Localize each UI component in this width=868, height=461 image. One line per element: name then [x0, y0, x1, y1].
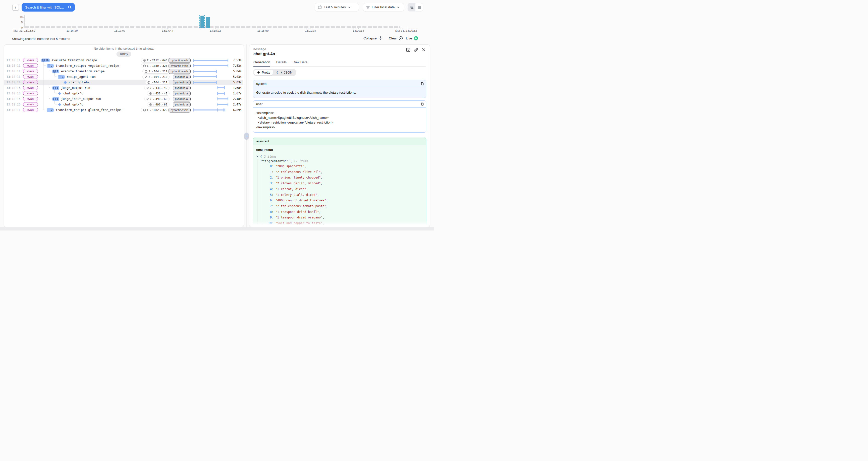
- filter-label: Filter local data: [372, 5, 395, 9]
- trace-row[interactable]: 13:18:11evals7transform_recipe: vegetari…: [4, 63, 243, 68]
- trace-row[interactable]: 13:18:16evals1judge_output runΣ↗436↙45py…: [4, 85, 243, 91]
- coin-icon: [143, 109, 146, 112]
- copy-icon[interactable]: [421, 102, 424, 106]
- scope-tag: pydantic-evals: [168, 64, 191, 68]
- evals-badge: evals: [23, 64, 38, 68]
- pretty-label: Pretty: [262, 70, 270, 74]
- list-view-toggle[interactable]: [415, 3, 423, 11]
- duration-bar: [217, 97, 228, 100]
- span-node[interactable]: 2execute transform_recipe: [52, 68, 105, 74]
- trace-row[interactable]: 13:18:16evals1judge_input_output runΣ↗49…: [4, 96, 243, 102]
- json-array-item: 7: "2 tablespoons tomato paste",: [256, 204, 423, 209]
- trace-row[interactable]: 13:18:11evals7transform_recipe: gluten_f…: [4, 107, 243, 113]
- collapse-children-chip[interactable]: 7: [47, 64, 54, 68]
- live-label: Live: [406, 36, 412, 40]
- leaf-diamond-icon: [58, 103, 61, 106]
- input-tokens-arrow-icon: ↗: [151, 81, 153, 84]
- collapse-button[interactable]: Collapse: [364, 36, 382, 40]
- save-view-icon[interactable]: [406, 48, 410, 52]
- duration-text: 7.53s: [233, 63, 242, 68]
- json-toggle[interactable]: { } JSON: [274, 70, 295, 75]
- duration-bar-end-cap: [227, 103, 228, 106]
- duration-bar-line: [193, 76, 217, 77]
- collapse-children-chip[interactable]: 1: [58, 75, 65, 79]
- row-timestamp: 13:18:16: [6, 91, 20, 96]
- tab-raw-data[interactable]: Raw Data: [292, 60, 307, 66]
- tab-generation[interactable]: Generation: [253, 60, 270, 66]
- records-histogram[interactable]: 0510Mar 31. 13:15:5213:16:2913:17:0713:1…: [0, 13, 434, 34]
- copy-icon[interactable]: [421, 82, 424, 85]
- trace-row[interactable]: 13:18:16evalschat gpt-4o↗490↙66pydantic-…: [4, 102, 243, 107]
- panel-resize-handle[interactable]: ⠿: [244, 132, 249, 140]
- tree-connector: [43, 62, 46, 110]
- tree-guide-line: [262, 164, 262, 227]
- filter-local-data-dropdown[interactable]: Filter local data: [363, 3, 404, 11]
- pretty-toggle[interactable]: Pretty: [254, 70, 273, 75]
- histogram-bar[interactable]: [206, 17, 210, 28]
- sigma-icon: Σ: [149, 75, 150, 79]
- tab-details[interactable]: Details: [276, 60, 286, 66]
- view-mode-toggle: [408, 3, 423, 11]
- output-tokens-arrow-icon: ↙: [160, 75, 161, 78]
- span-node[interactable]: chat gpt-4o: [58, 91, 83, 96]
- duration-text: 7.53s: [233, 58, 242, 63]
- evals-badge: evals: [23, 97, 38, 101]
- trace-row[interactable]: 13:18:11evals16evaluate transform_recipe…: [4, 58, 243, 63]
- item-index: 5: [266, 192, 272, 198]
- clear-circle-x-icon: [399, 36, 403, 40]
- json-label: JSON: [284, 70, 292, 74]
- collapse-children-chip[interactable]: 1: [52, 97, 59, 101]
- trace-row[interactable]: 13:18:11evals2execute transform_recipeΣ↗…: [4, 68, 243, 74]
- token-metrics-pill: Σ↗436↙45: [144, 86, 169, 90]
- output-tokens: 648: [162, 59, 167, 62]
- trace-row[interactable]: 13:18:11evalschat gpt-4o↗104↙212pydantic…: [4, 80, 243, 85]
- coin-icon: [148, 81, 150, 84]
- span-name: judge_input_output run: [61, 97, 101, 101]
- span-node[interactable]: 1recipe_agent run: [58, 74, 96, 80]
- time-range-dropdown[interactable]: Last 5 minutes: [315, 3, 359, 11]
- item-index: 2: [266, 175, 272, 181]
- chevron-down-icon: [397, 6, 400, 8]
- expand-children-chip[interactable]: 7: [47, 108, 54, 112]
- collapse-icon: [378, 36, 382, 40]
- span-node[interactable]: chat gpt-4o: [58, 102, 83, 107]
- span-node[interactable]: 16evaluate transform_recipe: [41, 58, 97, 63]
- collapse-children-chip[interactable]: 1: [52, 86, 59, 90]
- duration-bar-start-cap: [217, 92, 218, 95]
- coin-icon: [143, 59, 146, 62]
- duration-bar-end-cap: [227, 59, 228, 62]
- trace-row[interactable]: 13:18:11evals1recipe_agent runΣ↗104↙212p…: [4, 74, 243, 80]
- clear-button[interactable]: Clear: [389, 36, 403, 40]
- span-node[interactable]: 7transform_recipe: gluten_free_recipe: [47, 107, 121, 113]
- trace-row[interactable]: 13:18:16evalschat gpt-4o↗436↙45pydantic-…: [4, 91, 243, 96]
- json-root-line[interactable]: { 2 items: [256, 154, 423, 159]
- collapse-children-chip[interactable]: 2: [52, 69, 59, 73]
- date-chip[interactable]: Today: [116, 52, 131, 57]
- span-node[interactable]: chat gpt-4o: [63, 80, 89, 85]
- output-tokens: 212: [162, 75, 167, 79]
- evals-badge: evals: [23, 58, 38, 62]
- x-axis-label: 13:16:29: [57, 29, 87, 32]
- output-tokens-arrow-icon: ↙: [161, 92, 163, 95]
- item-index: 1: [266, 169, 272, 175]
- tree-connector: [54, 90, 57, 93]
- sigma-icon: Σ: [147, 109, 149, 112]
- output-tokens: 45: [164, 86, 167, 90]
- json-ingredients-line[interactable]: "ingredients": [ 12 items: [256, 159, 423, 163]
- token-metrics-pill: Σ↗490↙66: [144, 97, 169, 101]
- permalink-icon[interactable]: [414, 48, 418, 52]
- span-node[interactable]: 1judge_input_output run: [52, 96, 101, 102]
- close-icon[interactable]: [422, 48, 426, 52]
- search-sql-button[interactable]: Search & filter with SQL...: [22, 3, 75, 11]
- span-node[interactable]: 7transform_recipe: vegetarian_recipe: [47, 63, 119, 68]
- live-toggle[interactable]: Live: [406, 36, 418, 40]
- tree-view-toggle[interactable]: [408, 3, 415, 11]
- system-message-text: Generate a recipe to cook the dish that …: [253, 87, 426, 98]
- duration-text: 5.03s: [233, 74, 242, 80]
- duration-bar: [217, 103, 228, 106]
- item-string: "2 tablespoons olive oil": [275, 170, 321, 174]
- item-index: 10: [266, 220, 272, 226]
- collapse-children-chip[interactable]: 16: [41, 59, 50, 62]
- span-node[interactable]: 1judge_output run: [52, 85, 90, 91]
- system-message-card: system Generate a recipe to cook the dis…: [253, 80, 426, 98]
